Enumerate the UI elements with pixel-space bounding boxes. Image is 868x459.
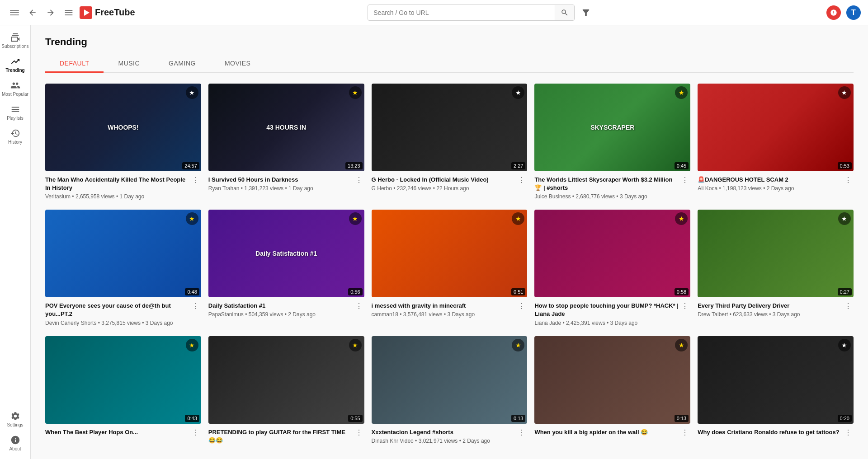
video-card[interactable]: 0:13 ★ When you kill a big spider on the… <box>534 336 690 446</box>
more-options-button[interactable]: ⋮ <box>516 175 527 185</box>
sidebar-item-subscriptions[interactable]: Subscriptions <box>0 29 30 53</box>
more-options-button[interactable]: ⋮ <box>190 301 201 311</box>
playlists-icon <box>10 104 20 114</box>
favorite-button[interactable]: ★ <box>186 86 198 99</box>
favorite-button[interactable]: ★ <box>838 339 851 351</box>
favorite-button[interactable]: ★ <box>675 86 688 99</box>
sidebar-item-settings[interactable]: Settings <box>0 407 30 431</box>
hamburger-button[interactable] <box>7 5 22 20</box>
sidebar-label-about: About <box>9 446 21 452</box>
video-meta: Daily Satisfaction #1 PapaStanimus • 504… <box>208 302 364 318</box>
search-input[interactable] <box>368 5 555 20</box>
more-options-button[interactable]: ⋮ <box>679 301 690 311</box>
more-options-button[interactable]: ⋮ <box>843 427 854 438</box>
video-card[interactable]: 2:27 ★ G Herbo - Locked In (Official Mus… <box>372 84 528 201</box>
video-channel: Juice Business • 2,680,776 views • 3 Day… <box>534 193 679 200</box>
video-channel: Drew Talbert • 623,633 views • 3 Days ag… <box>698 311 843 318</box>
video-meta: When The Best Player Hops On... ⋮ <box>45 428 201 438</box>
more-options-button[interactable]: ⋮ <box>190 175 201 185</box>
favorite-button[interactable]: ★ <box>186 212 198 225</box>
video-channel: G Herbo • 232,246 views • 22 Hours ago <box>372 185 517 192</box>
duration-badge: 0:13 <box>675 415 689 422</box>
thumb-placeholder: SKYSCRAPER <box>534 84 690 171</box>
more-options-button[interactable]: ⋮ <box>354 301 364 311</box>
thumb-placeholder <box>698 210 854 297</box>
video-card[interactable]: SKYSCRAPER 0:45 ★ The Worlds Littlest Sk… <box>534 84 690 201</box>
video-grid: WHOOPS! 24:57 ★ The Man Who Accidentally… <box>45 84 854 446</box>
video-meta: i messed with gravity in minecraft camma… <box>372 302 528 318</box>
popular-icon <box>10 80 20 90</box>
search-bar <box>368 5 575 21</box>
video-card[interactable]: 0:53 ★ 🚨DANGEROUS HOTEL SCAM 2 Ali Koca … <box>698 84 854 201</box>
sidebar-label-popular: Most Popular <box>2 92 28 97</box>
favorite-button[interactable]: ★ <box>838 86 851 99</box>
trending-icon <box>10 56 20 66</box>
video-card[interactable]: 0:58 ★ How to stop people touching your … <box>534 210 690 327</box>
video-card[interactable]: 43 HOURS IN 13:23 ★ I Survived 50 Hours … <box>208 84 364 201</box>
video-info: The Worlds Littlest Skyscraper Worth $3.… <box>534 176 679 201</box>
favorite-button[interactable]: ★ <box>512 339 524 351</box>
video-card[interactable]: 0:43 ★ When The Best Player Hops On... ⋮ <box>45 336 201 446</box>
video-title: Every Third Party Delivery Driver <box>698 302 843 310</box>
more-options-button[interactable]: ⋮ <box>843 175 854 185</box>
duration-badge: 0:27 <box>838 288 852 295</box>
video-thumbnail: SKYSCRAPER 0:45 ★ <box>534 84 690 171</box>
video-meta: When you kill a big spider on the wall 😂… <box>534 428 690 438</box>
back-button[interactable] <box>25 5 40 20</box>
more-options-button[interactable]: ⋮ <box>679 427 690 438</box>
video-channel: Liana Jade • 2,425,391 views • 3 Days ag… <box>534 320 679 326</box>
thumb-placeholder <box>534 210 690 297</box>
sidebar-item-popular[interactable]: Most Popular <box>0 77 30 101</box>
video-title: The Man Who Accidentally Killed The Most… <box>45 176 190 192</box>
more-options-button[interactable]: ⋮ <box>843 301 854 311</box>
forward-button[interactable] <box>43 5 58 20</box>
video-card[interactable]: 0:51 ★ i messed with gravity in minecraf… <box>372 210 528 327</box>
filter-button[interactable] <box>578 5 594 20</box>
sidebar-label-history: History <box>8 140 22 145</box>
favorite-button[interactable]: ★ <box>675 339 688 351</box>
more-options-button[interactable]: ⋮ <box>679 175 690 185</box>
video-card[interactable]: 0:13 ★ Xxxtentacion Legend #shorts Dinas… <box>372 336 528 446</box>
duration-badge: 0:20 <box>838 415 852 422</box>
video-meta: How to stop people touching your BUMP? *… <box>534 302 690 327</box>
video-info: Why does Cristiano Ronaldo refuse to get… <box>698 428 843 438</box>
favorite-button[interactable]: ★ <box>349 86 362 99</box>
more-options-button[interactable]: ⋮ <box>516 301 527 311</box>
search-button[interactable] <box>555 5 574 20</box>
search-area <box>368 5 594 21</box>
tab-movies[interactable]: MOVIES <box>210 55 265 73</box>
tab-gaming[interactable]: GAMING <box>154 55 210 73</box>
video-meta: 🚨DANGEROUS HOTEL SCAM 2 Ali Koca • 1,198… <box>698 176 854 192</box>
more-options-button[interactable]: ⋮ <box>190 427 201 438</box>
more-options-button[interactable]: ⋮ <box>516 427 527 438</box>
history-stack-button[interactable] <box>61 5 76 20</box>
video-card[interactable]: 0:55 ★ PRETENDING to play GUITAR for the… <box>208 336 364 446</box>
video-card[interactable]: 0:27 ★ Every Third Party Delivery Driver… <box>698 210 854 327</box>
more-options-button[interactable]: ⋮ <box>354 427 364 438</box>
notification-button[interactable] <box>826 5 841 20</box>
video-card[interactable]: 0:20 ★ Why does Cristiano Ronaldo refuse… <box>698 336 854 446</box>
tabs: DEFAULT MUSIC GAMING MOVIES <box>45 55 854 73</box>
sidebar-item-playlists[interactable]: Playlists <box>0 101 30 125</box>
logo[interactable]: FreeTube <box>80 6 135 19</box>
svg-rect-3 <box>65 10 73 11</box>
tab-default[interactable]: DEFAULT <box>45 55 104 73</box>
tab-music[interactable]: MUSIC <box>104 55 154 73</box>
video-title: When you kill a big spider on the wall 😂 <box>534 428 679 436</box>
sidebar-item-history[interactable]: History <box>0 125 30 149</box>
video-card[interactable]: WHOOPS! 24:57 ★ The Man Who Accidentally… <box>45 84 201 201</box>
sidebar-item-trending[interactable]: Trending <box>0 53 30 77</box>
favorite-button[interactable]: ★ <box>186 339 198 351</box>
video-channel: Dinash Khr Video • 3,021,971 views • 2 D… <box>372 438 517 444</box>
favorite-button[interactable]: ★ <box>349 212 362 225</box>
page-title: Trending <box>45 36 854 48</box>
favorite-button[interactable]: ★ <box>349 339 362 351</box>
video-channel: camman18 • 3,576,481 views • 3 Days ago <box>372 311 517 318</box>
video-card[interactable]: 0:48 ★ POV Everyone sees your cause of d… <box>45 210 201 327</box>
sidebar-item-about[interactable]: About <box>0 431 30 455</box>
avatar[interactable]: T <box>846 5 861 20</box>
video-card[interactable]: Daily Satisfaction #1 0:56 ★ Daily Satis… <box>208 210 364 327</box>
video-title: G Herbo - Locked In (Official Music Vide… <box>372 176 517 184</box>
more-options-button[interactable]: ⋮ <box>354 175 364 185</box>
sidebar-label-trending: Trending <box>5 68 24 73</box>
